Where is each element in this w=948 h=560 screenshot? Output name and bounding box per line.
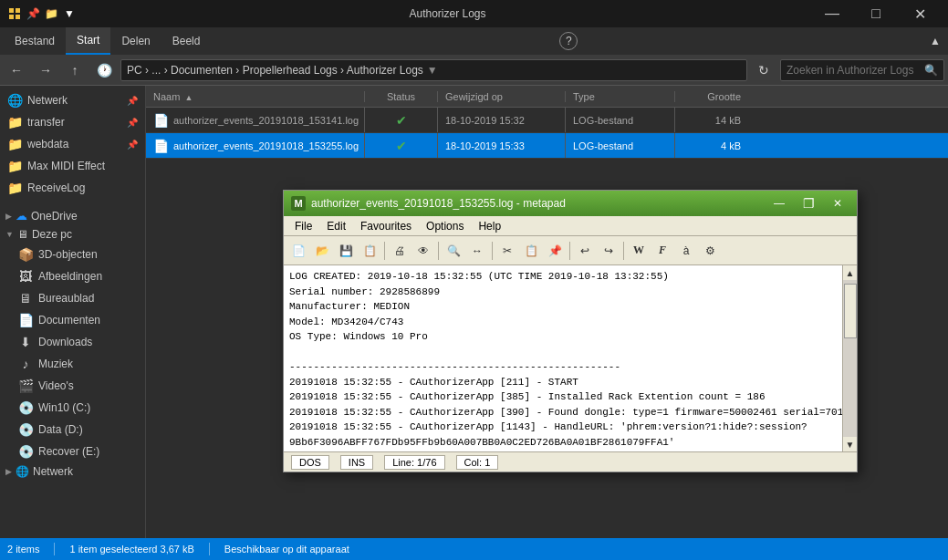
metapad-text-area[interactable]: LOG CREATED: 2019-10-18 15:32:55 (UTC TI…: [284, 265, 842, 451]
encoding-button[interactable]: à: [675, 240, 697, 262]
sidebar-item-webdata[interactable]: 📁 webdata 📌: [0, 133, 145, 155]
sidebar: 🌐 Netwerk 📌 📁 transfer 📌 📁 webdata 📌 📁 M…: [0, 86, 146, 538]
sidebar-item-3d[interactable]: 📦 3D-objecten: [0, 244, 145, 265]
save-as-button[interactable]: 📋: [359, 240, 380, 262]
folder-icon: 📁: [7, 115, 22, 130]
up-button[interactable]: ↑: [62, 57, 88, 83]
sidebar-item-videos[interactable]: 🎬 Video's: [0, 375, 145, 397]
tab-beeld[interactable]: Beeld: [161, 27, 212, 55]
sidebar-item-receivelog[interactable]: 📁 ReceiveLog: [0, 177, 145, 199]
sidebar-item-label: ReceiveLog: [27, 181, 85, 194]
metapad-menu-edit[interactable]: Edit: [319, 218, 353, 234]
file-size-cell: 14 kB: [675, 108, 748, 132]
sidebar-group-deze-pc[interactable]: ▼ 🖥 Deze pc: [0, 225, 145, 244]
sidebar-item-win10[interactable]: 💿 Win10 (C:): [0, 397, 145, 419]
metapad-menu-file[interactable]: File: [287, 218, 319, 234]
sidebar-item-afbeeldingen[interactable]: 🖼 Afbeeldingen: [0, 265, 145, 287]
window-title: Authorizer Logs: [84, 7, 811, 20]
forward-button[interactable]: →: [33, 57, 58, 83]
col-header-grootte[interactable]: Grootte: [675, 91, 748, 102]
sidebar-group-onedrive[interactable]: ▶ ☁ OneDrive: [0, 206, 145, 225]
save-button[interactable]: 💾: [335, 240, 357, 262]
metapad-restore-button[interactable]: ❐: [797, 194, 820, 213]
new-button[interactable]: 📄: [287, 240, 309, 262]
desktop-icon: 🖥: [18, 291, 33, 306]
col-header-gewijzigd[interactable]: Gewijzigd op: [438, 91, 566, 102]
redo-button[interactable]: ↪: [598, 240, 620, 262]
sidebar-item-datad[interactable]: 💿 Data (D:): [0, 419, 145, 441]
undo-button[interactable]: ↩: [574, 240, 596, 262]
table-row[interactable]: 📄 authorizer_events_20191018_153141.log …: [146, 108, 948, 133]
sidebar-item-label: Win10 (C:): [38, 401, 90, 414]
sidebar-item-netwerk[interactable]: 🌐 Netwerk 📌: [0, 89, 145, 111]
search-icon: 🔍: [924, 64, 938, 77]
file-type-cell: LOG-bestand: [566, 133, 675, 158]
minimize-button[interactable]: —: [811, 0, 853, 27]
sidebar-item-label: Downloads: [38, 336, 92, 348]
col-header-naam[interactable]: Naam ▲: [146, 91, 365, 102]
back-button[interactable]: ←: [4, 57, 29, 83]
refresh-button[interactable]: ↻: [751, 57, 776, 83]
sidebar-item-downloads[interactable]: ⬇ Downloads: [0, 331, 145, 353]
scroll-track[interactable]: [843, 280, 857, 437]
maximize-button[interactable]: □: [855, 0, 897, 27]
toolbar-separator: [569, 242, 570, 260]
scroll-thumb[interactable]: [844, 284, 857, 338]
copy-button[interactable]: 📋: [520, 240, 542, 262]
drive-icon: 💿: [18, 422, 33, 437]
properties-button[interactable]: ⚙: [699, 240, 721, 262]
metapad-minimize-button[interactable]: —: [767, 194, 791, 213]
col-header-status[interactable]: Status: [365, 91, 438, 102]
sidebar-item-bureaublad[interactable]: 🖥 Bureaublad: [0, 287, 145, 309]
log-file-icon: 📄: [153, 139, 168, 153]
metapad-menu-help[interactable]: Help: [471, 218, 508, 234]
tab-delen[interactable]: Delen: [110, 27, 161, 55]
metapad-content: LOG CREATED: 2019-10-18 15:32:55 (UTC TI…: [284, 265, 857, 451]
sidebar-item-documenten[interactable]: 📄 Documenten: [0, 309, 145, 331]
tab-start[interactable]: Start: [66, 27, 110, 55]
metapad-menu-favourites[interactable]: Favourites: [353, 218, 419, 234]
find-button[interactable]: 🔍: [443, 240, 464, 262]
sidebar-item-label: Muziek: [38, 358, 73, 370]
bold-button[interactable]: W: [628, 240, 650, 262]
paste-button[interactable]: 📌: [544, 240, 566, 262]
font-button[interactable]: F: [651, 240, 673, 262]
tab-bestand[interactable]: Bestand: [4, 27, 66, 55]
cut-button[interactable]: ✂: [496, 240, 518, 262]
print-preview-button[interactable]: 👁: [412, 240, 434, 262]
replace-button[interactable]: ↔: [466, 240, 488, 262]
sidebar-item-recovere[interactable]: 💿 Recover (E:): [0, 441, 145, 462]
metapad-status-dos: DOS: [291, 455, 329, 470]
col-header-type[interactable]: Type: [566, 91, 675, 102]
search-input[interactable]: [787, 64, 924, 77]
address-bar: ← → ↑ 🕐 PC › ... › Documenten › Propelle…: [0, 55, 948, 86]
table-row[interactable]: 📄 authorizer_events_20191018_153255.log …: [146, 133, 948, 159]
file-name-cell: 📄 authorizer_events_20191018_153141.log: [146, 108, 365, 132]
print-button[interactable]: 🖨: [389, 240, 411, 262]
file-name-cell: 📄 authorizer_events_20191018_153255.log: [146, 133, 365, 158]
metapad-menu-options[interactable]: Options: [419, 218, 471, 234]
file-status-cell: ✔: [365, 133, 438, 158]
chevron-icon: ▶: [5, 212, 12, 221]
address-path[interactable]: PC › ... › Documenten › Propellerhead Lo…: [120, 59, 747, 81]
metapad-status-ins: INS: [340, 455, 373, 470]
svg-rect-3: [16, 15, 20, 19]
toolbar-separator: [492, 242, 493, 260]
sidebar-group-netwerk2[interactable]: ▶ 🌐 Netwerk: [0, 462, 145, 481]
scroll-up-button[interactable]: ▲: [843, 265, 857, 280]
status-count: 2 items: [7, 544, 39, 555]
open-button[interactable]: 📂: [311, 240, 333, 262]
recent-button[interactable]: 🕐: [91, 57, 117, 83]
sidebar-item-max-midi[interactable]: 📁 Max MIDI Effect: [0, 155, 145, 177]
svg-rect-0: [9, 8, 14, 13]
ribbon-collapse[interactable]: ▲: [926, 27, 944, 55]
help-icon[interactable]: ?: [559, 32, 578, 50]
close-button[interactable]: ✕: [899, 0, 941, 27]
status-selected: 1 item geselecteerd 3,67 kB: [69, 544, 193, 555]
metapad-close-button[interactable]: ✕: [826, 194, 849, 213]
sidebar-item-muziek[interactable]: ♪ Muziek: [0, 353, 145, 375]
scroll-down-button[interactable]: ▼: [843, 437, 857, 451]
sidebar-item-transfer[interactable]: 📁 transfer 📌: [0, 111, 145, 133]
sidebar-spacer: [0, 199, 145, 206]
sidebar-item-label: Documenten: [38, 314, 100, 327]
